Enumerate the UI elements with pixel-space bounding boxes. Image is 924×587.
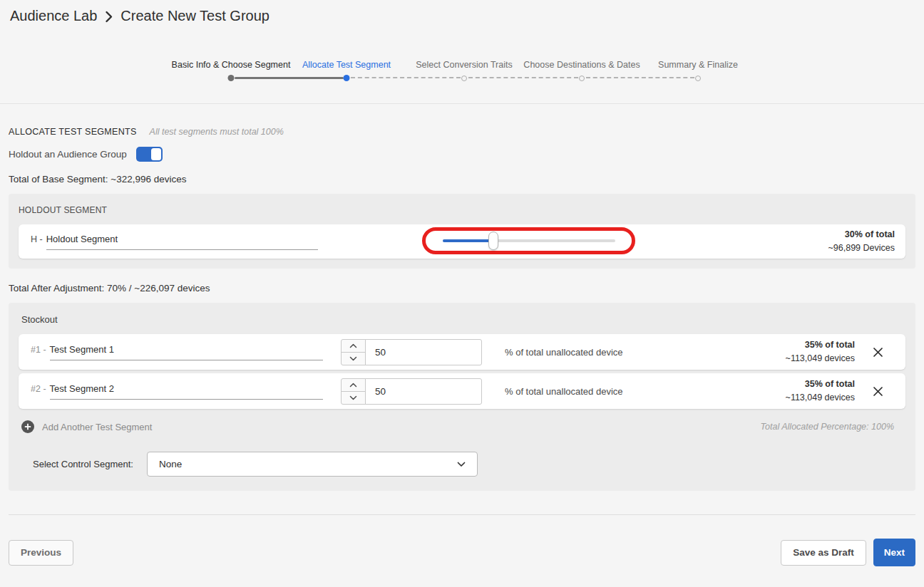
annotation-highlight (422, 227, 635, 254)
slider-fill (443, 239, 493, 242)
step-dot-completed (228, 75, 235, 81)
holdout-percent-of-total: 30% of total (828, 228, 895, 241)
page-title: Create New Test Group (120, 8, 270, 24)
holdout-devices: ~96,899 Devices (828, 241, 895, 255)
segment-devices: ~113,049 devices (786, 391, 855, 405)
segment-index: #1 - (31, 345, 46, 355)
tab-basic-info[interactable]: Basic Info & Choose Segment (172, 60, 291, 70)
footer-actions: Previous Save as Draft Next (9, 539, 915, 566)
segment-percent-of-total: 35% of total (786, 378, 855, 391)
stepper-down-button[interactable] (342, 392, 365, 404)
percent-unit-label: % of total unallocated device (505, 347, 623, 358)
segment-devices: ~113,049 devices (786, 352, 855, 365)
divider (9, 514, 915, 515)
test-segment-row: #1 - Test Segment 1 % of total unallocat… (19, 334, 905, 370)
slider-handle[interactable] (488, 232, 498, 250)
toggle-knob (151, 148, 161, 160)
holdout-panel: HOLDOUT SEGMENT H - Holdout Segment 30% … (9, 194, 915, 269)
stockout-panel: Stockout #1 - Test Segment 1 % of total … (9, 303, 915, 491)
close-icon (873, 386, 883, 397)
close-icon (873, 347, 883, 358)
step-connector-solid (235, 77, 344, 79)
step-dot-upcoming (461, 76, 467, 81)
stepper-down-button[interactable] (342, 353, 365, 365)
percent-stepper (341, 378, 366, 405)
percent-stepper (341, 339, 366, 365)
add-segment-button[interactable]: Add Another Test Segment (21, 420, 152, 433)
main-content: ALLOCATE TEST SEGMENTS All test segments… (0, 127, 924, 566)
chevron-right-icon (105, 11, 113, 23)
allocate-segments-heading: ALLOCATE TEST SEGMENTS (9, 127, 137, 137)
segment-name-field[interactable]: Test Segment 2 (50, 383, 323, 400)
control-segment-label: Select Control Segment: (33, 459, 133, 469)
test-segment-row: #2 - Test Segment 2 % of total unallocat… (19, 373, 905, 409)
control-segment-select[interactable]: None (147, 452, 478, 477)
percent-unit-label: % of total unallocated device (505, 386, 623, 397)
step-dot-upcoming (695, 76, 701, 81)
segment-index: #2 - (31, 384, 46, 394)
adjustment-total: Total After Adjustment: 70% / ~226,097 d… (9, 283, 915, 294)
holdout-percent-slider[interactable] (443, 239, 615, 242)
holdout-row: H - Holdout Segment 30% of total ~96,899… (19, 224, 905, 259)
save-as-draft-button[interactable]: Save as Draft (781, 540, 866, 566)
remove-segment-button[interactable] (872, 346, 884, 358)
stepper-up-button[interactable] (342, 340, 365, 353)
holdout-prefix: H - (31, 234, 43, 244)
segment-percent-of-total: 35% of total (786, 338, 855, 352)
tab-allocate-test-segment[interactable]: Allocate Test Segment (302, 60, 391, 70)
base-segment-total: Total of Base Segment: ~322,996 devices (9, 174, 915, 185)
stockout-panel-title: Stockout (19, 314, 905, 325)
breadcrumb: Audience Lab Create New Test Group (10, 8, 270, 24)
allocate-hint: All test segments must total 100% (150, 127, 284, 137)
stepper-up-button[interactable] (342, 379, 365, 392)
chevron-down-icon (457, 462, 466, 467)
step-connector-dashed (351, 77, 461, 78)
previous-button[interactable]: Previous (9, 540, 73, 566)
add-segment-label: Add Another Test Segment (42, 422, 152, 432)
segment-name-field[interactable]: Test Segment 1 (50, 344, 323, 360)
holdout-toggle[interactable] (136, 147, 163, 162)
control-segment-value: None (159, 459, 182, 469)
next-button[interactable]: Next (873, 539, 915, 566)
step-connector-dashed (468, 77, 578, 78)
holdout-toggle-label: Holdout an Audience Group (9, 149, 127, 160)
plus-icon (21, 420, 34, 433)
page-header: Audience Lab Create New Test Group Basic… (0, 0, 924, 104)
step-connector-dashed (586, 77, 694, 78)
breadcrumb-section[interactable]: Audience Lab (10, 8, 97, 24)
remove-segment-button[interactable] (872, 385, 884, 398)
percent-input[interactable] (365, 339, 482, 365)
percent-input[interactable] (365, 378, 482, 405)
holdout-panel-title: HOLDOUT SEGMENT (19, 205, 905, 215)
step-dot-current (344, 75, 350, 81)
tab-select-conversion-traits[interactable]: Select Conversion Traits (416, 60, 512, 70)
holdout-name-field[interactable]: Holdout Segment (46, 234, 318, 250)
tab-choose-destinations-dates[interactable]: Choose Destinations & Dates (523, 60, 640, 70)
step-dot-upcoming (579, 76, 585, 81)
tab-summary-finalize[interactable]: Summary & Finalize (658, 60, 738, 70)
total-allocated-percentage: Total Allocated Percentage: 100% (761, 422, 903, 432)
